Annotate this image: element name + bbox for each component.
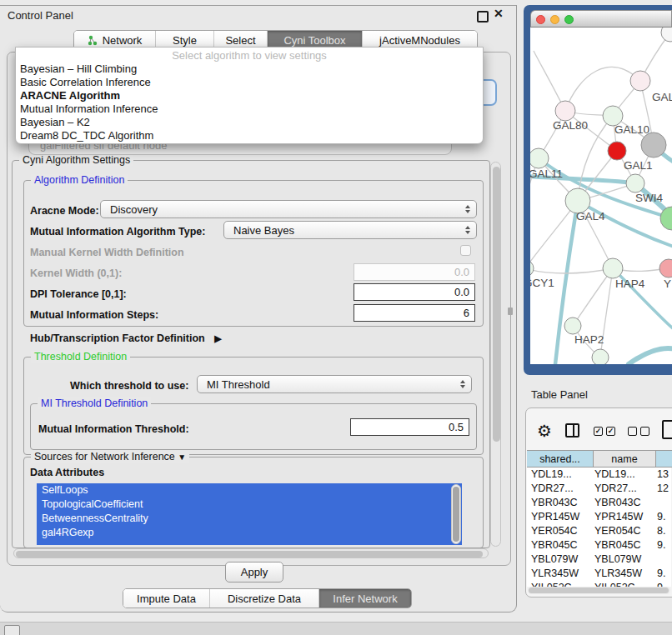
bottom-tabstrip: Impute Data Discretize Data Infer Networ… xyxy=(123,588,412,608)
attributes-list-scrollbar[interactable] xyxy=(451,484,461,544)
settings-horizontal-scrollbar[interactable] xyxy=(13,548,489,558)
checked-checkbox-icon[interactable]: ✓ xyxy=(606,427,615,436)
network-node[interactable] xyxy=(530,148,549,168)
network-node[interactable] xyxy=(659,259,672,278)
unchecked-checkbox-icon[interactable] xyxy=(640,427,649,436)
collapse-down-icon: ▼ xyxy=(178,452,186,462)
network-node[interactable] xyxy=(555,101,575,121)
settings-group-title: Cyni Algorithm Settings xyxy=(19,154,133,166)
tab-impute-data[interactable]: Impute Data xyxy=(123,589,210,608)
data-attributes-list: SelfLoops TopologicalCoefficient Between… xyxy=(37,483,462,545)
table-row[interactable]: YBR045C YBR045C 9. xyxy=(527,538,671,552)
table-row[interactable]: YLR345W YLR345W 9. xyxy=(527,567,671,581)
stepper-arrows-icon xyxy=(465,205,470,213)
network-node[interactable] xyxy=(608,142,626,160)
dpi-tolerance-label: DPI Tolerance [0,1]: xyxy=(30,288,127,300)
table-row[interactable]: YDL19... YDL19... 13 xyxy=(527,468,671,482)
dropdown-item-selected[interactable]: ARACNE Algorithm xyxy=(20,89,120,102)
table-row[interactable]: YBL079W YBL079W xyxy=(527,552,671,567)
column-header-partial[interactable] xyxy=(656,450,672,468)
tab-discretize-data[interactable]: Discretize Data xyxy=(210,589,319,608)
settings-vertical-scrollbar[interactable] xyxy=(490,162,501,547)
node-label: GCY1 xyxy=(530,277,554,289)
column-header-shared[interactable]: shared... xyxy=(527,450,594,468)
network-node[interactable] xyxy=(630,71,650,91)
dropdown-item[interactable]: Bayesian – Hill Climbing xyxy=(20,62,137,75)
network-node[interactable] xyxy=(626,174,644,192)
aracne-mode-value: Discovery xyxy=(110,203,158,216)
list-item[interactable]: TopologicalCoefficient xyxy=(37,498,462,512)
close-icon[interactable]: ✕ xyxy=(494,7,504,20)
minimize-traffic-light-icon[interactable] xyxy=(550,15,559,24)
table-row[interactable]: YER054C YER054C 8. xyxy=(527,524,671,538)
network-node[interactable] xyxy=(661,28,672,42)
gear-icon[interactable]: ⚙ xyxy=(537,421,552,441)
table-panel-title: Table Panel xyxy=(531,388,588,401)
mi-steps-label: Mutual Information Steps: xyxy=(30,309,158,321)
panel-divider-handle[interactable] xyxy=(508,308,513,315)
network-node[interactable] xyxy=(564,318,581,334)
kernel-width-label: Kernel Width (0,1): xyxy=(30,268,122,279)
algorithm-definition-title: Algorithm Definition xyxy=(31,174,128,186)
checked-checkbox-icon[interactable]: ✓ xyxy=(594,427,603,436)
control-panel-title: Control Panel xyxy=(8,9,73,22)
mi-steps-field[interactable]: 6 xyxy=(354,304,475,322)
network-node[interactable] xyxy=(530,260,534,277)
table-horizontal-scrollbar[interactable] xyxy=(528,587,670,594)
mi-type-select[interactable]: Naive Bayes xyxy=(223,221,477,239)
unchecked-checkbox-icon[interactable] xyxy=(628,427,637,436)
application-window: Control Panel ✕ Network Style Select Cyn… xyxy=(0,0,672,635)
node-label: GAL80 xyxy=(553,119,588,132)
hub-tf-definition-toggle[interactable]: Hub/Transcription Factor Definition ▶ xyxy=(30,332,222,344)
node-label: HAP2 xyxy=(574,333,604,346)
aracne-mode-select[interactable]: Discovery xyxy=(100,200,477,218)
network-node[interactable] xyxy=(603,258,623,278)
network-graph: GAL GAL80 GAL10 GAL1 GAL11 SWI4 GAL4 GCY… xyxy=(530,28,672,364)
algorithm-dropdown-popup: Select algorithm to view settings Bayesi… xyxy=(15,47,484,144)
dropdown-item[interactable]: Mutual Information Inference xyxy=(20,102,158,115)
table-row[interactable]: YDR27... YDR27... 12 xyxy=(527,482,671,496)
stepper-arrows-icon xyxy=(460,380,465,388)
mi-threshold-definition-title: MI Threshold Definition xyxy=(38,398,151,409)
dropdown-item[interactable]: Bayesian – K2 xyxy=(20,116,90,128)
zoom-traffic-light-icon[interactable] xyxy=(564,15,574,24)
table-row[interactable]: YBR043C YBR043C xyxy=(527,496,671,510)
network-node[interactable] xyxy=(641,132,666,158)
network-view[interactable]: GAL GAL80 GAL10 GAL1 GAL11 SWI4 GAL4 GCY… xyxy=(530,28,672,364)
list-item[interactable]: gal4RGexp xyxy=(37,526,462,540)
dropdown-item[interactable]: Basic Correlation Inference xyxy=(20,76,151,88)
file-icon[interactable] xyxy=(662,420,672,439)
apply-button[interactable]: Apply xyxy=(225,562,283,582)
split-columns-icon[interactable] xyxy=(565,423,579,438)
which-threshold-select[interactable]: MI Threshold xyxy=(197,375,472,393)
threshold-definition-title: Threshold Definition xyxy=(31,351,130,362)
node-table-body: YDL19... YDL19... 13 YDR27... YDR27... 1… xyxy=(527,468,671,587)
tab-infer-network[interactable]: Infer Network xyxy=(319,589,411,608)
node-label: HAP4 xyxy=(615,278,645,290)
which-threshold-value: MI Threshold xyxy=(207,378,270,391)
tab-network-label: Network xyxy=(103,34,143,47)
dpi-tolerance-field[interactable]: 0.0 xyxy=(354,283,475,301)
table-row[interactable]: YIL052C YIL052C 9 xyxy=(527,581,671,587)
manual-kernel-checkbox[interactable] xyxy=(460,245,471,256)
network-icon xyxy=(88,35,98,46)
table-row[interactable]: YPR145W YPR145W 9. xyxy=(527,510,671,524)
mi-type-label: Mutual Information Algorithm Type: xyxy=(30,226,205,238)
node-label: SWI4 xyxy=(635,192,663,204)
network-node[interactable] xyxy=(592,349,609,364)
kernel-width-field[interactable]: 0.0 xyxy=(354,263,475,281)
network-window-titlebar[interactable] xyxy=(530,10,672,28)
float-panel-icon[interactable] xyxy=(477,11,489,22)
dropdown-item[interactable]: Dream8 DC_TDC Algorithm xyxy=(20,129,153,142)
close-traffic-light-icon[interactable] xyxy=(536,15,545,24)
node-label: GAL4 xyxy=(576,210,605,222)
column-header-name[interactable]: name xyxy=(594,450,656,468)
list-item[interactable]: SelfLoops xyxy=(37,483,462,498)
sources-group-title[interactable]: Sources for Network Inference ▼ xyxy=(31,451,189,462)
dropdown-placeholder: Select algorithm to view settings xyxy=(16,49,483,62)
list-item[interactable]: BetweennessCentrality xyxy=(37,512,462,526)
minimized-panel-icon[interactable] xyxy=(4,625,20,635)
mi-threshold-label: Mutual Information Threshold: xyxy=(38,423,189,435)
mi-threshold-field[interactable]: 0.5 xyxy=(350,418,469,436)
node-label: Y xyxy=(664,278,671,290)
